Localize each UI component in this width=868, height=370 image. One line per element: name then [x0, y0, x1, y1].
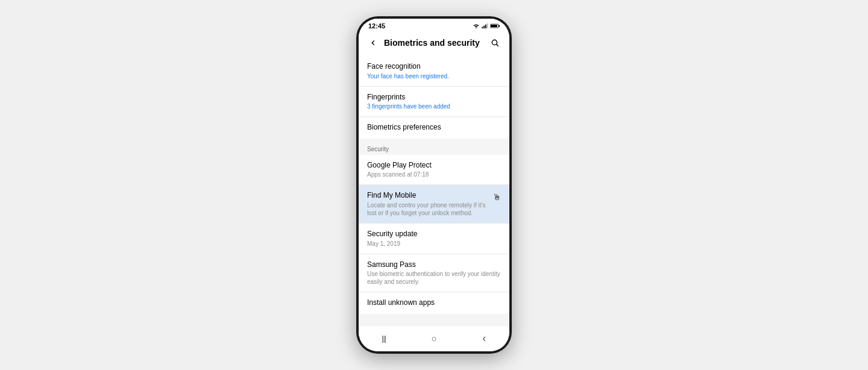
svg-rect-3	[487, 24, 488, 28]
security-section: Google Play Protect Apps scanned at 07:1…	[359, 155, 509, 314]
find-my-mobile-title: Find My Mobile	[367, 191, 492, 201]
phone-screen: 12:45	[359, 19, 509, 351]
back-nav-button[interactable]: ‹	[475, 331, 493, 345]
find-my-mobile-row: Find My Mobile Locate and contro your ph…	[367, 191, 501, 217]
recents-icon: |||	[382, 334, 386, 343]
list-item-face-recognition[interactable]: Face recognition Your face has been regi…	[359, 56, 509, 87]
home-icon: ○	[431, 333, 436, 343]
google-play-protect-title: Google Play Protect	[367, 161, 501, 171]
fingerprints-subtitle: 3 fingerprints have been added	[367, 102, 501, 110]
samsung-pass-subtitle: Use biometric authentication to verify y…	[367, 270, 501, 286]
face-recognition-title: Face recognition	[367, 62, 501, 72]
list-item-fingerprints[interactable]: Fingerprints 3 fingerprints have been ad…	[359, 87, 509, 118]
list-item-google-play-protect[interactable]: Google Play Protect Apps scanned at 07:1…	[359, 155, 509, 186]
list-item-security-update[interactable]: Security update May 1, 2019	[359, 224, 509, 254]
list-item-biometrics-preferences[interactable]: Biometrics preferences	[359, 117, 509, 139]
samsung-pass-title: Samsung Pass	[367, 260, 501, 270]
security-update-subtitle: May 1, 2019	[367, 240, 501, 248]
status-time: 12:45	[368, 22, 385, 30]
content-area: Face recognition Your face has been regi…	[359, 56, 509, 325]
search-button[interactable]	[488, 36, 502, 50]
list-item-samsung-pass[interactable]: Samsung Pass Use biometric authenticatio…	[359, 254, 509, 293]
svg-rect-5	[498, 25, 500, 27]
page-title: Biometrics and security	[384, 38, 480, 48]
security-section-header: Security	[359, 142, 509, 155]
security-update-title: Security update	[367, 230, 501, 239]
signal-icon	[482, 23, 488, 29]
status-icons	[473, 23, 500, 29]
biometrics-section: Face recognition Your face has been regi…	[359, 56, 509, 139]
battery-icon	[490, 23, 500, 29]
biometrics-preferences-title: Biometrics preferences	[367, 123, 501, 133]
nav-bar: ||| ○ ‹	[359, 325, 509, 351]
back-button[interactable]	[366, 36, 380, 50]
header: Biometrics and security	[359, 32, 509, 56]
svg-line-8	[497, 45, 498, 46]
list-item-find-my-mobile[interactable]: Find My Mobile Locate and contro your ph…	[359, 185, 509, 224]
face-recognition-subtitle: Your face has been registered.	[367, 72, 501, 80]
svg-rect-2	[485, 25, 486, 28]
svg-point-7	[492, 40, 497, 45]
find-my-mobile-text: Find My Mobile Locate and contro your ph…	[367, 191, 492, 217]
home-button[interactable]: ○	[425, 331, 443, 345]
find-my-mobile-subtitle: Locate and contro your phone remotely if…	[367, 201, 492, 217]
wifi-icon	[473, 23, 480, 29]
svg-rect-6	[491, 25, 497, 27]
svg-rect-0	[482, 27, 483, 28]
phone-frame: 12:45	[356, 16, 512, 354]
fingerprints-title: Fingerprints	[367, 93, 501, 102]
back-nav-icon: ‹	[482, 332, 486, 345]
cursor-pointer-icon: 🖱	[492, 192, 501, 202]
recents-button[interactable]: |||	[375, 331, 393, 345]
svg-rect-1	[483, 26, 485, 29]
status-bar: 12:45	[359, 19, 509, 32]
header-left: Biometrics and security	[366, 36, 480, 50]
google-play-protect-subtitle: Apps scanned at 07:18	[367, 171, 501, 178]
install-unknown-apps-title: Install unknown apps	[367, 298, 501, 308]
list-item-install-unknown-apps[interactable]: Install unknown apps	[359, 292, 509, 314]
